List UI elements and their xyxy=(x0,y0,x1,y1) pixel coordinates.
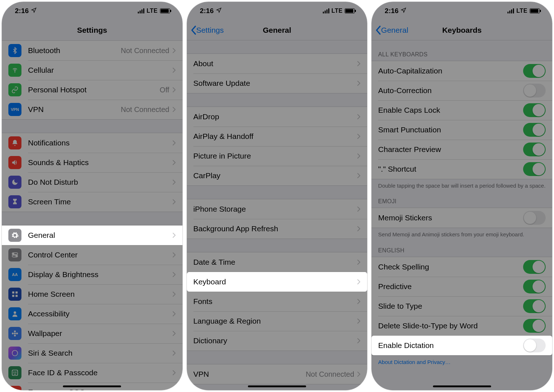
general-row-date-time[interactable]: Date & Time xyxy=(187,252,368,272)
general-group-about: AboutSoftware Update xyxy=(187,53,368,93)
network-label: LTE xyxy=(516,8,527,14)
row-label: Display & Brightness xyxy=(28,270,172,279)
person-icon xyxy=(8,307,21,320)
link-icon xyxy=(8,83,21,96)
general-row-fonts[interactable]: Fonts xyxy=(187,292,368,311)
back-label: Settings xyxy=(196,26,224,35)
row-label: Screen Time xyxy=(28,197,172,206)
row-label: Sounds & Haptics xyxy=(28,158,172,167)
settings-row-face-id-passcode[interactable]: Face ID & Passcode xyxy=(2,363,182,383)
switch-character-preview[interactable] xyxy=(523,143,546,156)
switch-shortcut[interactable] xyxy=(523,162,546,176)
settings-row-siri-search[interactable]: Siri & Search xyxy=(2,343,182,363)
switch-predictive[interactable] xyxy=(523,280,546,293)
location-icon xyxy=(31,7,37,15)
home-indicator[interactable] xyxy=(248,385,306,387)
keyboard-row-predictive: Predictive xyxy=(372,277,552,296)
keyboard-row-shortcut: "." Shortcut xyxy=(372,159,552,179)
switch-slide-to-type[interactable] xyxy=(523,299,546,313)
row-label: Enable Dictation xyxy=(378,341,523,350)
general-row-airplay-handoff[interactable]: AirPlay & Handoff xyxy=(187,127,368,146)
back-button[interactable]: Settings xyxy=(190,25,224,35)
phone-settings: 2:16 LTE Settings BluetoothNot Connected… xyxy=(1,1,183,391)
keyboard-row-check-spelling: Check Spelling xyxy=(372,257,552,277)
row-label: Siri & Search xyxy=(28,349,172,357)
settings-row-notifications[interactable]: Notifications xyxy=(2,133,182,153)
general-row-keyboard[interactable]: Keyboard xyxy=(187,272,368,292)
general-row-airdrop[interactable]: AirDrop xyxy=(187,107,368,127)
network-label: LTE xyxy=(332,8,343,14)
row-value: Not Connected xyxy=(121,105,169,114)
switch-auto-capitalization[interactable] xyxy=(523,64,546,78)
svg-point-16 xyxy=(14,372,15,373)
settings-row-control-center[interactable]: Control Center xyxy=(2,245,182,265)
antenna-icon xyxy=(8,64,21,77)
keyboard-row-delete-slide-to-type-by-word: Delete Slide-to-Type by Word xyxy=(372,316,552,336)
general-row-software-update[interactable]: Software Update xyxy=(187,73,368,93)
switch-smart-punctuation[interactable] xyxy=(523,123,546,137)
row-label: AirPlay & Handoff xyxy=(193,132,357,141)
keyboard-row-smart-punctuation: Smart Punctuation xyxy=(372,120,552,140)
row-label: Software Update xyxy=(193,79,357,88)
location-icon xyxy=(216,7,222,15)
settings-row-home-screen[interactable]: Home Screen xyxy=(2,284,182,304)
switch-check-spelling[interactable] xyxy=(523,260,546,274)
network-label: LTE xyxy=(146,8,158,14)
switch-enable-dictation[interactable] xyxy=(523,339,546,352)
general-group-vpn: VPNNot Connected xyxy=(187,364,368,384)
group-header-emoji: EMOJI xyxy=(372,198,552,208)
switch-memoji-stickers[interactable] xyxy=(523,211,546,225)
row-value: Off xyxy=(160,86,169,94)
row-label: General xyxy=(28,231,172,240)
settings-row-wallpaper[interactable]: Wallpaper xyxy=(2,324,182,343)
general-row-vpn[interactable]: VPNNot Connected xyxy=(187,364,368,384)
row-label: Background App Refresh xyxy=(193,224,357,233)
keyboard-row-enable-dictation: Enable Dictation xyxy=(372,336,552,355)
status-time: 2:16 xyxy=(385,7,398,15)
settings-group-notifications: NotificationsSounds & HapticsDo Not Dist… xyxy=(2,133,182,212)
general-row-dictionary[interactable]: Dictionary xyxy=(187,331,368,351)
settings-row-cellular[interactable]: Cellular xyxy=(2,60,182,80)
settings-row-accessibility[interactable]: Accessibility xyxy=(2,304,182,324)
general-row-background-app-refresh[interactable]: Background App Refresh xyxy=(187,219,368,239)
general-row-iphone-storage[interactable]: iPhone Storage xyxy=(187,199,368,219)
signal-icon xyxy=(323,8,329,13)
dictation-privacy-link[interactable]: About Dictation and Privacy… xyxy=(372,356,552,366)
general-row-picture-in-picture[interactable]: Picture in Picture xyxy=(187,146,368,166)
settings-row-vpn[interactable]: VPNVPNNot Connected xyxy=(2,100,182,119)
row-label: Delete Slide-to-Type by Word xyxy=(378,321,523,330)
row-label: Date & Time xyxy=(193,258,357,267)
switch-delete-slide-to-type-by-word[interactable] xyxy=(523,319,546,333)
settings-row-do-not-disturb[interactable]: Do Not Disturb xyxy=(2,172,182,192)
back-button[interactable]: General xyxy=(375,25,408,35)
home-indicator[interactable] xyxy=(63,385,121,387)
row-label: Cellular xyxy=(28,66,172,75)
switch-auto-correction[interactable] xyxy=(523,84,546,97)
general-row-about[interactable]: About xyxy=(187,54,368,73)
settings-row-screen-time[interactable]: Screen Time xyxy=(2,192,182,212)
keyboard-row-character-preview: Character Preview xyxy=(372,140,552,159)
settings-row-sounds-haptics[interactable]: Sounds & Haptics xyxy=(2,153,182,172)
settings-row-bluetooth[interactable]: BluetoothNot Connected xyxy=(2,41,182,60)
switch-enable-caps-lock[interactable] xyxy=(523,103,546,117)
svg-point-9 xyxy=(14,333,16,335)
keyboard-row-memoji-stickers: Memoji Stickers xyxy=(372,208,552,228)
row-value: Not Connected xyxy=(306,370,354,379)
svg-point-12 xyxy=(12,333,14,335)
general-row-carplay[interactable]: CarPlay xyxy=(187,166,368,185)
row-label: Do Not Disturb xyxy=(28,178,172,187)
row-label: "." Shortcut xyxy=(378,165,523,173)
status-bar: 2:16 LTE xyxy=(372,2,552,20)
general-row-language-region[interactable]: Language & Region xyxy=(187,311,368,331)
settings-row-personal-hotspot[interactable]: Personal HotspotOff xyxy=(2,80,182,100)
home-indicator[interactable] xyxy=(433,385,491,387)
row-label: Bluetooth xyxy=(28,46,121,55)
settings-row-display-brightness[interactable]: AADisplay & Brightness xyxy=(2,265,182,284)
keyboards-group-emoji: Memoji Stickers xyxy=(372,208,552,228)
settings-row-general[interactable]: General xyxy=(2,225,182,245)
flower-icon xyxy=(8,327,21,340)
bell-icon xyxy=(8,136,21,149)
row-label: About xyxy=(193,59,357,68)
settings-group-connectivity: BluetoothNot ConnectedCellularPersonal H… xyxy=(2,40,182,120)
keyboard-row-auto-capitalization: Auto-Capitalization xyxy=(372,61,552,81)
